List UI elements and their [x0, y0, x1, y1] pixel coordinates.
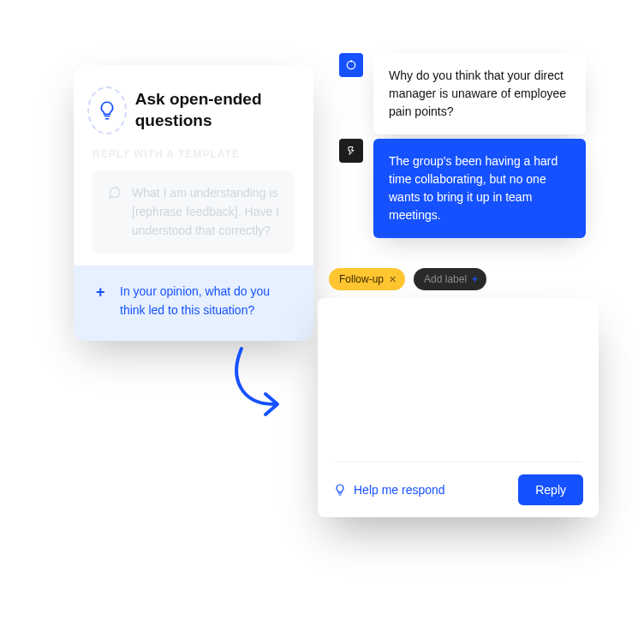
svg-point-0: [347, 61, 355, 69]
suggestion-card: Ask open-ended questions REPLY WITH A TE…: [74, 65, 313, 341]
manager-message: Why do you think that your direct manage…: [373, 53, 586, 134]
employee-message: The group's been having a hard time coll…: [373, 139, 586, 238]
chat-icon: [108, 186, 122, 240]
close-icon[interactable]: ✕: [389, 274, 397, 285]
chip-label: Follow-up: [339, 273, 384, 285]
reply-textarea[interactable]: [318, 298, 599, 462]
template-option-selected[interactable]: + In your opinion, what do you think led…: [74, 265, 313, 340]
employee-avatar: [339, 139, 363, 163]
template-option[interactable]: What I am understanding is [rephrase fee…: [92, 170, 295, 253]
section-label: REPLY WITH A TEMPLATE: [92, 148, 295, 160]
reply-button[interactable]: Reply: [518, 474, 583, 505]
plus-icon: +: [472, 273, 478, 285]
chip-label: Add label: [424, 273, 467, 285]
arrow-icon: [216, 344, 301, 430]
help-me-respond-button[interactable]: Help me respond: [333, 483, 445, 497]
chip-followup[interactable]: Follow-up ✕: [329, 268, 405, 290]
manager-avatar: [339, 53, 363, 77]
lightbulb-icon: [333, 483, 347, 497]
plus-icon: +: [96, 284, 110, 319]
label-chips: Follow-up ✕ Add label +: [329, 268, 486, 290]
template-text: In your opinion, what do you think led t…: [120, 283, 279, 319]
chip-add-label[interactable]: Add label +: [414, 268, 486, 290]
reply-footer: Help me respond Reply: [318, 462, 599, 517]
card-title: Ask open-ended questions: [135, 89, 295, 131]
reply-composer: Help me respond Reply: [318, 298, 599, 517]
card-header: Ask open-ended questions: [92, 89, 295, 131]
lightbulb-icon: [92, 92, 122, 129]
template-text: What I am understanding is [rephrase fee…: [132, 184, 279, 240]
help-label: Help me respond: [354, 483, 445, 497]
